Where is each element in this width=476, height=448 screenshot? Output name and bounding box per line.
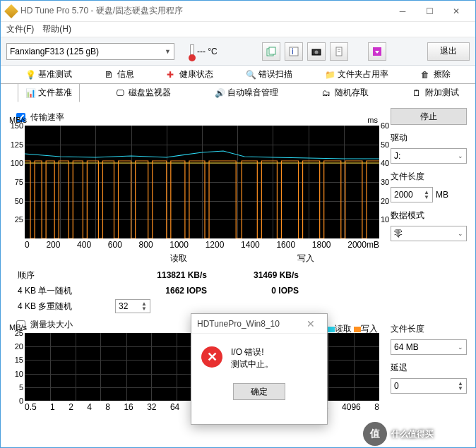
- legend-read-swatch: [328, 327, 335, 332]
- dialog-title: HDTunePro_Win8_10: [197, 319, 280, 329]
- speaker-icon: 🔊: [215, 88, 225, 98]
- tab-errorscan[interactable]: 🔍错误扫描: [238, 65, 300, 83]
- transfer-rate-label: 传输速率: [30, 111, 64, 123]
- titlebar: HD Tune Pro 5.70 - 硬盘/固态硬盘实用程序 ─ ☐ ✕: [1, 1, 475, 22]
- filelen2-label: 文件长度: [391, 323, 467, 335]
- app-logo-icon: [4, 4, 18, 18]
- datamode-label: 数据模式: [391, 210, 467, 222]
- watermark-text: 什么值得买: [391, 428, 434, 440]
- dialog-message: I/O 错误! 测试中止。: [231, 346, 273, 370]
- svg-rect-1: [269, 47, 275, 54]
- toolbar: FanxiangF313 (125 gB) ▼ --- °C i 退出: [1, 37, 475, 66]
- tab-aam[interactable]: 🔊自动噪音管理: [207, 83, 286, 102]
- info-icon: 🖹: [105, 70, 114, 80]
- chevron-down-icon: ▼: [165, 48, 171, 55]
- tab-info[interactable]: 🖹信息: [97, 65, 142, 83]
- chart1-y-right-label: ms: [367, 116, 378, 124]
- window-title: HD Tune Pro 5.70 - 硬盘/固态硬盘实用程序: [20, 5, 389, 17]
- copy-info-button[interactable]: i: [285, 42, 303, 61]
- filelen-label: 文件长度: [391, 171, 467, 183]
- temperature-display: --- °C: [190, 44, 239, 59]
- tab-filebench[interactable]: 📊文件基准: [18, 83, 80, 102]
- dialog-ok-button[interactable]: 确定: [233, 383, 285, 400]
- thermometer-icon: [190, 44, 194, 59]
- save-button[interactable]: [368, 42, 386, 61]
- filelen-spinner[interactable]: 2000▲▼: [391, 187, 433, 202]
- stop-button[interactable]: 停止: [391, 108, 467, 125]
- legend-write-swatch: [354, 327, 361, 332]
- tab-diskmonitor[interactable]: 🖵磁盘监视器: [108, 83, 179, 102]
- minimize-button[interactable]: ─: [389, 4, 416, 19]
- svg-rect-2: [290, 47, 298, 56]
- filebench-icon: 📊: [25, 88, 35, 98]
- error-dialog: HDTunePro_Win8_10 ✕ ✕ I/O 错误! 测试中止。 确定: [191, 313, 328, 425]
- blocksize-label: 测量块大小: [30, 319, 73, 331]
- filelen-unit: MB: [436, 190, 448, 200]
- trash-icon: 🗑: [421, 70, 431, 80]
- write-header: 写入: [278, 253, 334, 265]
- dialog-close-button[interactable]: ✕: [300, 318, 321, 329]
- filelen2-dropdown[interactable]: 64 MB⌄: [391, 339, 467, 355]
- side-panel: 停止 驱动 J:⌄ 文件长度 2000▲▼ MB 数据模式 零⌄ 文件长度 64…: [391, 108, 467, 412]
- svg-text:i: i: [292, 47, 294, 56]
- svg-point-5: [315, 50, 319, 54]
- read-header: 读取: [150, 253, 207, 265]
- tab-folderusage[interactable]: 📁文件夹占用率: [317, 65, 396, 83]
- maximize-button[interactable]: ☐: [416, 4, 443, 19]
- device-label: FanxiangF313 (125 gB): [10, 47, 99, 56]
- chevron-down-icon: ⌄: [458, 344, 463, 351]
- delay-label: 延迟: [391, 362, 467, 374]
- dialog-titlebar: HDTunePro_Win8_10 ✕: [191, 314, 327, 334]
- row-4kb-single: 4 KB 单一随机 1662 IOPS 0 IOPS: [9, 283, 383, 298]
- folder-icon: 📁: [325, 70, 335, 80]
- monitor-icon: 🖵: [116, 88, 126, 98]
- rw-header: 读取 写入: [150, 253, 383, 265]
- tab-health[interactable]: ✚健康状态: [159, 65, 221, 83]
- error-icon: ✕: [201, 346, 222, 368]
- tab-benchmark[interactable]: 💡基准测试: [18, 65, 80, 83]
- watermark: 值 什么值得买: [363, 420, 476, 448]
- menu-file[interactable]: 文件(F): [6, 23, 34, 35]
- drive-dropdown[interactable]: J:⌄: [391, 148, 467, 164]
- chart1-x-ticks: 0200400600800100012001400160018002000mB: [25, 240, 379, 250]
- device-dropdown[interactable]: FanxiangF313 (125 gB) ▼: [6, 43, 174, 60]
- health-cross-icon: ✚: [167, 70, 177, 80]
- options-button[interactable]: [330, 42, 348, 61]
- drive-label: 驱动: [391, 132, 467, 144]
- exit-button[interactable]: 退出: [427, 42, 470, 61]
- watermark-logo-icon: 值: [363, 422, 387, 446]
- extra-icon: 🗒: [412, 88, 422, 98]
- close-button[interactable]: ✕: [443, 4, 470, 19]
- tab-strip-lower: 📊文件基准 🖵磁盘监视器 🔊自动噪音管理 🗂随机存取 🗒附加测试: [1, 84, 475, 102]
- bulb-icon: 💡: [25, 70, 35, 80]
- copy-text-button[interactable]: [262, 42, 280, 61]
- tab-extra[interactable]: 🗒附加测试: [405, 83, 467, 102]
- menu-help[interactable]: 帮助(H): [42, 23, 71, 35]
- delay-spinner[interactable]: 0▲▼: [391, 378, 467, 394]
- datamode-dropdown[interactable]: 零⌄: [391, 226, 467, 241]
- magnifier-icon: 🔍: [246, 70, 256, 80]
- chevron-down-icon: ⌄: [458, 152, 463, 159]
- random-icon: 🗂: [322, 88, 332, 98]
- temperature-value: --- °C: [197, 47, 218, 56]
- menubar: 文件(F) 帮助(H): [1, 22, 475, 37]
- screenshot-button[interactable]: [307, 42, 326, 61]
- multi-queue-spinner[interactable]: 32 ▲▼: [115, 299, 150, 313]
- transfer-rate-checkbox-row: 传输速率: [13, 111, 383, 124]
- tab-erase[interactable]: 🗑擦除: [413, 65, 458, 83]
- tab-random[interactable]: 🗂随机存取: [314, 83, 376, 102]
- row-4kb-multi: 4 KB 多重随机 32 ▲▼: [9, 298, 383, 314]
- tab-strip-upper: 💡基准测试 🖹信息 ✚健康状态 🔍错误扫描 📁文件夹占用率 🗑擦除: [1, 66, 475, 84]
- spinner-buttons[interactable]: ▲▼: [141, 301, 147, 311]
- transfer-chart: ms 150 125 100 75 50 25 60 50 40 30 20 1…: [25, 126, 379, 238]
- row-sequential: 顺序 113821 KB/s 31469 KB/s: [9, 267, 383, 283]
- chevron-down-icon: ⌄: [458, 230, 463, 237]
